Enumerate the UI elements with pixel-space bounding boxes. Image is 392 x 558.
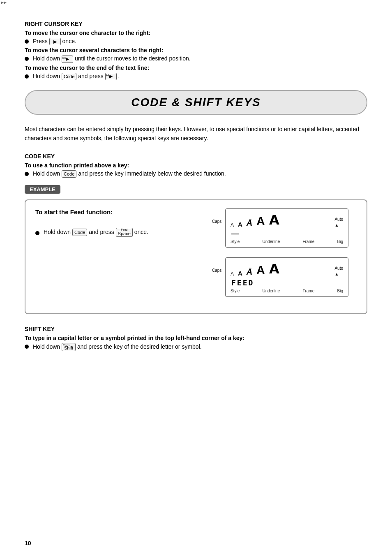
shift-key-bullet-text: Hold down Caps Shift and press the key o… <box>33 343 202 351</box>
example-badge: EXAMPLE <box>25 185 60 194</box>
lcd-letter-b4: A <box>256 264 265 277</box>
example-title: To start the Feed function: <box>35 208 213 215</box>
lcd-letter-b3: Ā <box>247 267 252 277</box>
sub-heading-1: To move the cursor one character to the … <box>25 30 367 36</box>
code-key-bullet: Hold down Code and press the key immedia… <box>25 170 367 178</box>
lcd-style-label-1: Style <box>231 239 240 244</box>
banner: CODE & SHIFT KEYS <box>25 90 367 115</box>
right-cursor-heading: RIGHT CURSOR KEY <box>25 21 367 27</box>
page-number: 10 <box>25 540 31 546</box>
lcd-underline-label-1: Underline <box>262 239 280 244</box>
lcd-letters-1: A A Ā A 𝗔 <box>231 212 279 228</box>
lcd-1-container: Caps A A Ā A 𝗔 Auto ▲ <box>225 208 357 248</box>
example-inner: To start the Feed function: Hold down Co… <box>35 208 357 305</box>
code-key-1: Code <box>62 73 76 80</box>
bullet-item-3: Hold down Code and press ▶▶ ▶ . <box>25 73 367 80</box>
lcd-top-row-1: A A Ā A 𝗔 Auto ▲ <box>231 212 343 228</box>
lcd-display-1: A A Ā A 𝗔 Auto ▲ — <box>225 208 348 248</box>
code-key-sub-heading: To use a function printed above a key: <box>25 162 367 169</box>
code-key-section: CODE KEY To use a function printed above… <box>25 153 367 178</box>
example-bullet-text: Hold down Code and press Feed Space once… <box>44 228 148 237</box>
lcd-underline-label-2: Underline <box>262 289 280 293</box>
shift-key-bullet-dot <box>25 345 29 349</box>
lcd-display-2: A A Ā A 𝗔 Auto ▲ FEED <box>225 257 348 297</box>
right-arrow-key-2: ▶▶ ▶ <box>62 56 73 63</box>
code-key-bullet-dot <box>25 172 29 176</box>
shift-key-bullet: Hold down Caps Shift and press the key o… <box>25 343 367 351</box>
right-arrow-key-1: ▶▶ ▶ <box>49 38 61 45</box>
lcd-letter-a1: A <box>231 222 234 228</box>
code-key-2: Code <box>62 170 76 178</box>
bullet-text-1: Press ▶▶ ▶ once. <box>33 38 76 45</box>
lcd-content-row: FEED <box>231 278 343 287</box>
lcd-2-caps-label: Caps <box>212 268 221 273</box>
caps-top-label: Caps <box>63 344 69 347</box>
lcd-cursor-dash: — <box>231 230 239 237</box>
lcd-letter-a3: Ā <box>247 218 252 228</box>
lcd-letter-b5: 𝗔 <box>269 261 279 277</box>
bullet-item-2: Hold down ▶▶ ▶ until the cursor moves to… <box>25 55 367 63</box>
bullet-text-3: Hold down Code and press ▶▶ ▶ . <box>33 73 120 80</box>
right-arrow-key-3: ▶▶ ▶ <box>105 73 117 80</box>
shift-key-section: SHIFT KEY To type in a capital letter or… <box>25 326 367 351</box>
lcd-letter-b2: A <box>238 270 242 277</box>
page-footer-line <box>25 538 367 538</box>
bullet-text-2: Hold down ▶▶ ▶ until the cursor moves to… <box>33 55 191 63</box>
lcd-2-container: Caps A A Ā A 𝗔 Auto ▲ <box>225 257 357 297</box>
bullet-item-1: Press ▶▶ ▶ once. <box>25 38 367 45</box>
lcd-auto-2: Auto ▲ <box>334 265 343 277</box>
lcd-letters-2: A A Ā A 𝗔 <box>231 261 279 277</box>
lcd-auto-1: Auto ▲ <box>334 216 343 228</box>
right-cursor-key-section: RIGHT CURSOR KEY To move the cursor one … <box>25 21 367 80</box>
sub-heading-2: To move the cursor several characters to… <box>25 47 367 53</box>
code-key-bullet-text: Hold down Code and press the key immedia… <box>33 170 226 178</box>
lcd-letter-a2: A <box>238 221 242 228</box>
sub-heading-3: To move the cursor to the end of the tex… <box>25 65 367 71</box>
code-key-heading: CODE KEY <box>25 153 367 160</box>
lcd-frame-label-2: Frame <box>302 289 314 293</box>
lcd-style-label-2: Style <box>231 289 240 293</box>
example-box: To start the Feed function: Hold down Co… <box>25 199 367 314</box>
shift-key-sub-heading: To type in a capital letter or a symbol … <box>25 335 367 341</box>
code-key-example: Code <box>72 229 87 236</box>
example-bullet-dot <box>35 231 39 235</box>
lcd-top-row-2: A A Ā A 𝗔 Auto ▲ <box>231 261 343 277</box>
shift-key-btn: Caps Shift <box>62 343 76 351</box>
lcd-bottom-labels-1: Style Underline Frame Big <box>231 238 343 244</box>
lcd-cursor-row-1: — <box>231 229 343 238</box>
lcd-big-label-2: Big <box>337 289 343 293</box>
bullet-dot-2 <box>25 57 29 61</box>
lcd-letter-b1: A <box>231 271 234 277</box>
lcd-letter-a4: A <box>256 215 265 228</box>
bullet-dot-3 <box>25 74 29 79</box>
lcd-1-caps-label: Caps <box>212 219 221 224</box>
bullet-dot-1 <box>25 39 29 44</box>
lcd-bottom-labels-2: Style Underline Frame Big <box>231 288 343 293</box>
example-left: To start the Feed function: Hold down Co… <box>35 208 213 237</box>
lcd-big-label-1: Big <box>337 239 343 244</box>
shift-key-heading: SHIFT KEY <box>25 326 367 332</box>
lcd-letter-a5: 𝗔 <box>269 212 279 228</box>
banner-title: CODE & SHIFT KEYS <box>131 96 261 109</box>
lcd-frame-label-1: Frame <box>302 239 314 244</box>
example-right: Caps A A Ā A 𝗔 Auto ▲ <box>225 208 357 305</box>
example-bullet: Hold down Code and press Feed Space once… <box>35 228 213 237</box>
intro-text: Most characters can be entered simply by… <box>25 125 367 143</box>
space-key-example: Feed Space <box>116 228 133 237</box>
